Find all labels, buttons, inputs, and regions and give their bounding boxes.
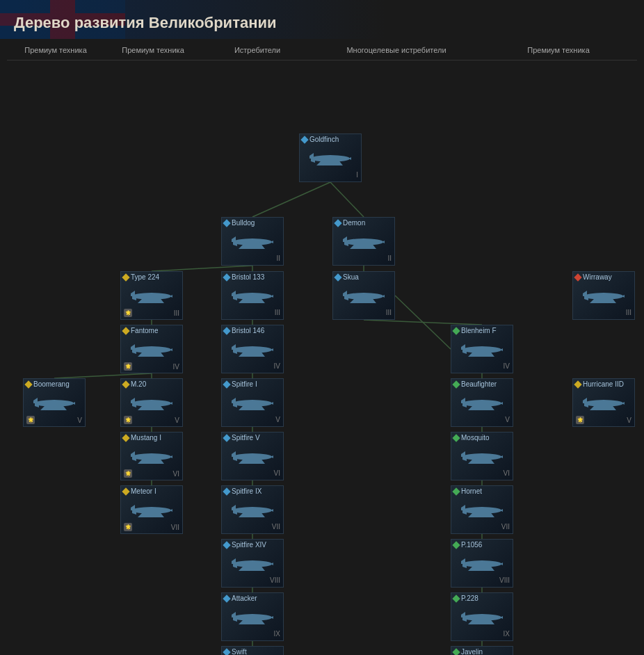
node-name-row: Spitfire I [222,379,283,389]
node-name-label: Blenheim F [461,327,497,334]
svg-marker-58 [584,296,588,300]
tier-label: IV [173,363,179,371]
tier-label: VIII [270,576,280,584]
node-name-row: Swift [222,647,283,655]
diamond-icon [223,487,230,495]
tier-label: VII [272,523,280,531]
node-name-row: Bristol 146 [222,325,283,336]
svg-marker-127 [461,505,465,510]
svg-marker-68 [233,350,237,354]
node-boomerang[interactable]: Boomerang 🌟 V [23,378,86,427]
plane-image [222,443,283,469]
svg-marker-107 [232,451,236,457]
tier-label: IV [504,362,510,370]
node-goldfinch[interactable]: Goldfinch I [299,134,362,182]
diamond-icon [452,327,460,334]
plane-image [333,228,394,254]
tier-label: V [77,417,82,424]
svg-marker-28 [311,159,315,163]
node-name-label: Boomerang [33,380,70,388]
diamond-icon [223,327,230,334]
node-name-row: Demon [333,218,394,228]
node-skua[interactable]: Skua III [332,271,395,320]
node-p1056[interactable]: P.1056 VIII [451,539,513,588]
node-demon[interactable]: Demon II [332,217,395,266]
diamond-icon [223,434,230,442]
tier-label: VI [274,469,280,477]
node-beaufighter[interactable]: Beaufighter V [451,378,513,427]
plane-image [573,282,634,309]
node-spitfire5[interactable]: Spitfire V VI [221,432,284,480]
tier-label: VI [504,469,510,477]
node-name-row: Meteor I [121,486,182,496]
node-name-label: Javelin [461,648,483,655]
nation-flag-icon: 🌟 [124,469,132,478]
diamond-icon [223,219,230,227]
svg-marker-98 [584,403,588,407]
svg-marker-117 [131,505,135,510]
plane-image [451,496,513,523]
node-name-label: Bristol 146 [232,327,264,334]
node-name-label: Hornet [461,487,482,495]
node-bristol133[interactable]: Bristol 133 III [221,271,284,320]
svg-marker-53 [344,296,348,300]
node-hornet[interactable]: Hornet VII [451,485,513,534]
node-p228[interactable]: P.228 IX [451,592,513,641]
node-name-label: Meteor I [131,487,156,495]
diamond-icon [452,648,460,655]
nation-flag-icon: 🌟 [124,362,132,371]
plane-image [121,336,182,362]
svg-marker-72 [461,344,465,350]
node-name-row: Blenheim F [451,325,513,336]
node-name-row: Fantome [121,325,182,336]
svg-marker-108 [233,457,237,461]
diamond-icon [574,273,581,281]
node-mosquito[interactable]: Mosquito VI [451,432,513,480]
node-spitfire9[interactable]: Spitfire IX VII [221,485,284,534]
node-type224[interactable]: Type 224 🌟 III [120,271,183,320]
node-name-row: Beaufighter [451,379,513,389]
col-header-3: Многоцелевые истребители [313,46,480,54]
diamond-icon [452,595,460,602]
nation-flag-icon: 🌟 [576,416,584,424]
node-wirraway[interactable]: Wirraway III [572,271,635,320]
tier-label: V [505,416,510,423]
node-spitfire1[interactable]: Spitfire I V [221,378,284,427]
node-javelin[interactable]: Javelin X [451,646,513,655]
tier-label: I [356,171,358,179]
node-name-label: Hurricane IID [583,380,624,388]
node-bristol146[interactable]: Bristol 146 IV [221,325,284,373]
svg-marker-148 [462,617,467,622]
node-name-label: Attacker [232,595,257,602]
node-name-row: Spitfire XIV [222,540,283,550]
node-hurricane2d[interactable]: Hurricane IID 🌟 V [572,378,635,427]
node-bulldog[interactable]: Bulldog II [221,217,284,266]
plane-image [222,228,283,254]
tier-label: III [174,309,179,317]
tier-label: V [275,416,280,423]
svg-line-3 [152,266,252,271]
svg-marker-137 [461,558,465,564]
node-name-row: Skua [333,272,394,282]
tier-label: VII [501,523,510,531]
svg-line-7 [364,320,482,325]
svg-marker-83 [132,403,136,407]
node-swift[interactable]: Swift X [221,646,284,655]
svg-marker-78 [35,403,39,407]
node-m20[interactable]: M.20 🌟 V [120,378,183,427]
node-mustang1[interactable]: Mustang I 🌟 VI [120,432,183,480]
node-name-label: Wirraway [583,273,612,281]
svg-marker-82 [131,398,135,403]
node-attacker[interactable]: Attacker IX [221,592,284,641]
node-name-row: Goldfinch [300,134,361,145]
node-name-row: P.1056 [451,540,513,550]
plane-image [121,443,182,469]
node-spitfire14[interactable]: Spitfire XIV VIII [221,539,284,588]
node-fantome[interactable]: Fantome 🌟 IV [120,325,183,373]
svg-marker-47 [232,291,236,296]
node-blenheim[interactable]: Blenheim F IV [451,325,513,373]
node-meteor1[interactable]: Meteor I 🌟 VII [120,485,183,534]
svg-marker-138 [462,564,467,568]
node-name-row: M.20 [121,379,182,389]
tier-label: IX [504,630,510,638]
